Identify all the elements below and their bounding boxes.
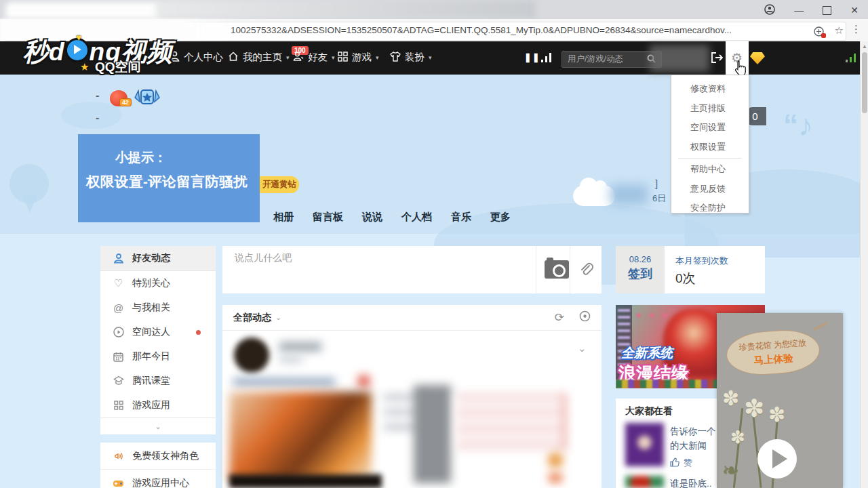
nav-label: 装扮 <box>405 51 425 64</box>
username-blurred <box>650 45 709 72</box>
chevron-down-icon: ▾ <box>429 54 432 61</box>
watching-text-2[interactable]: 谁是卧底.. <box>670 476 712 488</box>
thumbs-up-icon[interactable] <box>670 458 679 469</box>
nav-my-home[interactable]: 我的主页 ▾ <box>228 51 290 64</box>
menu-divider <box>678 158 742 159</box>
sidebar-label: 免费领女神角色 <box>132 450 199 462</box>
sidebar-label: 空间达人 <box>132 326 170 338</box>
sidebar-item-related-to-me[interactable]: @ 与我相关 <box>100 296 216 320</box>
feed-settings-icon[interactable] <box>579 310 591 325</box>
browser-menu-icon[interactable]: ⋮ <box>851 23 861 35</box>
tab-more[interactable]: 更多 <box>490 211 511 224</box>
sidebar-collapse-button[interactable]: ⌄ <box>100 418 216 434</box>
search-input[interactable]: 用户/游戏/动态 <box>561 51 662 68</box>
tab-albums[interactable]: 相册 <box>273 211 294 224</box>
menu-item-help-center[interactable]: 帮助中心 <box>671 160 749 180</box>
post-gray-block-blurred <box>414 385 451 483</box>
nav-decoration[interactable]: 装扮 ▾ <box>390 51 432 64</box>
sidebar-item-game-app-center[interactable]: 游戏应用中心 <box>100 470 216 488</box>
tip-title: 小提示： <box>115 149 167 167</box>
nav-label: 我的主页 <box>243 51 282 64</box>
deco-quote-note: “♪ <box>783 108 813 142</box>
menu-item-security[interactable]: 安全防护 <box>671 199 749 218</box>
weather-blur <box>610 184 648 205</box>
chevron-down-icon: ▾ <box>376 54 379 61</box>
nav-games[interactable]: 游戏 ▾ <box>338 51 379 64</box>
signin-date-box[interactable]: 08.26 签到 <box>616 246 665 293</box>
flower-blossom: ✽ <box>730 427 745 448</box>
signin-stats-box: 本月签到次数 0次 <box>665 246 765 293</box>
watching-text-1[interactable]: 告诉你一个 的大新闻 <box>670 424 716 453</box>
video-overlay-ad[interactable]: 珍贵花馆 为您绽放 马上体验 ✽ ✽ ✽ ✽ ❧ ❧ <box>717 313 843 488</box>
nav-personal-center[interactable]: 个人中心 <box>170 51 223 64</box>
nav-friends[interactable]: 好友 ▾ <box>293 51 335 64</box>
open-yellow-diamond-button[interactable]: 开通黄钻 <box>260 176 299 193</box>
menu-item-homepage-layout[interactable]: 主页排版 <box>671 99 749 119</box>
sidebar-item-free-goddess-role[interactable]: 免费领女神角色 <box>100 443 216 470</box>
weather-cloud-icon <box>573 186 615 206</box>
browser-tab-fog <box>156 0 536 19</box>
watching-thumb-1[interactable] <box>625 423 664 466</box>
play-circle-icon <box>113 327 124 338</box>
flower-blossom: ✽ <box>768 403 785 426</box>
sidebar-label: 那年今日 <box>132 350 170 363</box>
sidebar-label: 特别关心 <box>132 277 170 289</box>
chevron-down-icon[interactable]: ⌄ <box>578 342 587 354</box>
tip-box: 小提示： 权限设置-评论留言防骚扰 <box>78 134 260 222</box>
bookmark-star-icon[interactable]: ☆ <box>835 24 844 37</box>
menu-item-permission-settings[interactable]: 权限设置 <box>671 138 749 157</box>
chevron-down-icon: ▾ <box>332 54 335 61</box>
watching-thumb-2[interactable] <box>625 476 664 488</box>
minimize-button[interactable]: — <box>794 5 804 16</box>
scrollbar-thumb[interactable] <box>862 52 867 113</box>
ad-hearts: ♥ ♥ ♥ <box>636 310 670 321</box>
classroom-icon <box>113 375 124 387</box>
post-time-blurred <box>279 357 302 363</box>
permission-icon[interactable] <box>814 24 824 37</box>
post-avatar-blurred <box>234 338 269 373</box>
chevron-down-icon[interactable]: ⌄ <box>275 313 281 322</box>
menu-item-edit-profile[interactable]: 修改资料 <box>671 79 749 99</box>
composer-placeholder: 说点儿什么吧 <box>235 252 292 264</box>
feed-filter[interactable]: 全部动态 <box>233 312 271 324</box>
scrollbar-up-arrow[interactable]: ▲ <box>862 43 867 49</box>
at-icon: @ <box>113 302 124 314</box>
browser-tab[interactable] <box>5 2 161 19</box>
restore-button[interactable] <box>823 6 831 15</box>
video-play-button[interactable] <box>757 439 797 479</box>
composer-divider <box>536 246 536 293</box>
sidebar-item-space-expert[interactable]: 空间达人 <box>100 320 216 344</box>
deco-cloud-left <box>61 102 122 129</box>
menu-item-feedback[interactable]: 意见反馈 <box>671 180 749 199</box>
tab-message-board[interactable]: 留言板 <box>313 211 343 224</box>
sidebar-item-friend-feeds[interactable]: 好友动态 <box>100 246 216 271</box>
menu-item-space-settings[interactable]: 空间设置 <box>671 118 749 138</box>
sidebar-label: 好友动态 <box>132 252 170 264</box>
shirt-icon <box>390 52 401 64</box>
window-controls: — ✕ <box>764 3 859 18</box>
stats-bars-icon[interactable] <box>540 52 554 66</box>
wing-star-badge-icon[interactable] <box>134 88 160 110</box>
profile-icon[interactable] <box>764 4 775 17</box>
tab-music[interactable]: 音乐 <box>451 211 471 224</box>
sidebar-item-tencent-classroom[interactable]: 腾讯课堂 <box>100 369 216 393</box>
close-button[interactable]: ✕ <box>850 5 859 16</box>
attachment-icon[interactable] <box>578 261 595 281</box>
camera-icon[interactable] <box>545 260 569 279</box>
tab-personal-file[interactable]: 个人档 <box>401 211 432 224</box>
refresh-icon[interactable]: ⟳ <box>555 310 564 325</box>
logout-icon[interactable] <box>711 52 724 66</box>
grid-icon <box>338 52 348 64</box>
tab-shuoshuo[interactable]: 说说 <box>362 211 382 224</box>
red-dot-badge <box>196 330 201 335</box>
post-bottom-strip-blurred <box>229 474 382 488</box>
sidebar-item-special-care[interactable]: ♡ 特别关心 <box>100 271 216 296</box>
gamepad-icon <box>113 477 124 488</box>
heart-accent-icon: ♥ <box>76 32 81 43</box>
name-dash-1: - <box>96 89 99 102</box>
sidebar-item-game-apps[interactable]: 游戏应用 <box>100 393 216 418</box>
pause-icon[interactable]: ❚❚ <box>524 52 540 62</box>
post-composer[interactable]: 说点儿什么吧 <box>222 246 601 293</box>
browser-scrollbar[interactable]: ▲ <box>860 41 868 488</box>
sidebar-item-that-year-today[interactable]: 那年今日 <box>100 344 216 369</box>
